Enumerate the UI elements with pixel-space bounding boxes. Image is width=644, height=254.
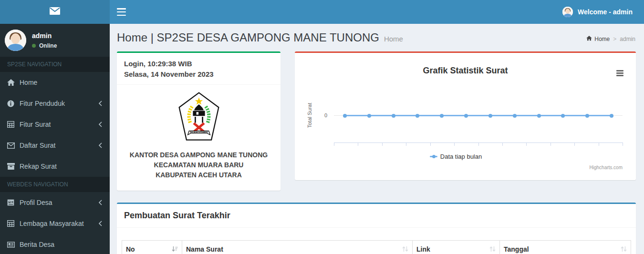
sidebar-item-label: Home [20, 79, 37, 86]
sidebar-item-rekap-surat[interactable]: Rekap Surat [0, 156, 110, 177]
info-circle-icon [7, 100, 20, 107]
x-axis-tick [551, 143, 551, 146]
x-axis-tick [334, 143, 334, 146]
content-header: Home | SP2SE DESA GAMPONG MANE TUNONGHom… [110, 24, 644, 51]
user-avatar-large [5, 30, 26, 51]
x-axis-tick [454, 143, 455, 146]
sort-both-icon [621, 246, 627, 254]
data-point-marker[interactable] [513, 114, 517, 118]
sidebar-item-label: Berita Desa [20, 241, 54, 248]
id-card-icon [7, 199, 20, 206]
home-icon [7, 79, 20, 86]
table-header-row: No Nama Surat Link [122, 241, 631, 254]
sidebar-item-label: Daftar Surat [20, 142, 55, 149]
aceh-utara-crest-logo: ACEH UTARA [177, 136, 220, 144]
chart-card: Grafik Statistik Surat Total Surat 0 Dat… [295, 51, 636, 180]
x-axis-tick [382, 143, 383, 146]
x-axis-tick [599, 143, 599, 146]
x-axis-tick [502, 143, 503, 146]
data-point-marker[interactable] [585, 114, 589, 118]
column-header-no[interactable]: No [122, 241, 182, 254]
y-axis-tick: 0 [320, 112, 327, 118]
login-date: Selasa, 14 November 2023 [124, 69, 273, 80]
svg-text:ACEH UTARA: ACEH UTARA [189, 130, 208, 133]
recent-letters-card: Pembuatan Surat Terakhir No Nama Surat [117, 203, 636, 254]
chart-legend[interactable]: Data tiap bulan [295, 153, 617, 160]
sidebar-toggle-button[interactable] [117, 8, 126, 16]
table-card-title: Pembuatan Surat Terakhir [124, 211, 230, 220]
highcharts-credit[interactable]: Highcharts.com [590, 165, 623, 170]
chart-plot-area [334, 53, 623, 182]
x-axis-tick [623, 143, 623, 146]
user-avatar [562, 7, 573, 17]
x-axis-tick [574, 143, 575, 146]
sidebar-item-daftar-surat[interactable]: Daftar Surat [0, 135, 110, 156]
sort-both-icon [489, 246, 496, 254]
user-menu[interactable]: Welcome - admin [562, 0, 633, 24]
data-point-marker[interactable] [561, 114, 565, 118]
sidebar-item-fitur-penduduk[interactable]: Fitur Penduduk [0, 93, 110, 114]
newspaper-icon [7, 242, 20, 248]
content-area: Home | SP2SE DESA GAMPONG MANE TUNONGHom… [110, 24, 644, 254]
office-name: KANTOR DESA GAMPONG MANE TUNONG [117, 150, 280, 160]
login-info-card: Login, 10:29:38 WIB Selasa, 14 November … [117, 51, 280, 191]
envelope-icon [7, 142, 20, 149]
user-status-link[interactable]: Online [32, 42, 57, 49]
data-point-marker[interactable] [343, 114, 347, 118]
sort-both-icon [402, 246, 408, 254]
table-icon [7, 121, 20, 128]
sidebar-section-webdes: WEBDES NAVIGATION [0, 177, 110, 192]
chevron-left-icon [98, 200, 102, 205]
app-logo[interactable] [0, 0, 110, 24]
data-point-marker[interactable] [488, 114, 492, 118]
recent-letters-table: No Nama Surat Link [122, 240, 631, 254]
page-title: Home | SP2SE DESA GAMPONG MANE TUNONG [117, 31, 379, 44]
sidebar-user-panel: admin Online [0, 24, 110, 57]
y-axis-label: Total Surat [307, 94, 312, 137]
sidebar: admin Online SP2SE NAVIGATION Home Fitur… [0, 24, 110, 254]
data-point-marker[interactable] [464, 114, 468, 118]
legend-series-label: Data tiap bulan [440, 153, 482, 160]
welcome-text: Welcome - admin [578, 8, 633, 16]
chevron-left-icon [98, 101, 102, 106]
page-subtitle: Home [384, 35, 403, 43]
data-point-marker[interactable] [367, 114, 371, 118]
chevron-left-icon [98, 221, 102, 226]
column-header-link[interactable]: Link [413, 241, 500, 254]
top-navbar: Welcome - admin [0, 0, 644, 24]
breadcrumb: Home > admin [586, 36, 635, 42]
column-header-nama-surat[interactable]: Nama Surat [182, 241, 413, 254]
sidebar-item-profil-desa[interactable]: Profil Desa [0, 192, 110, 213]
sidebar-item-lembaga-masyarakat[interactable]: Lembaga Masyarakat [0, 213, 110, 234]
data-point-marker[interactable] [415, 114, 419, 118]
sidebar-item-label: Rekap Surat [20, 163, 57, 170]
home-icon [586, 36, 592, 42]
data-point-marker[interactable] [610, 114, 613, 118]
chevron-left-icon [98, 122, 102, 127]
sidebar-item-label: Fitur Surat [20, 121, 51, 128]
x-axis-tick [478, 143, 479, 146]
data-point-marker[interactable] [537, 114, 541, 118]
x-axis-tick [406, 143, 406, 146]
archive-icon [7, 163, 20, 170]
sidebar-item-label: Lembaga Masyarakat [20, 220, 84, 227]
office-kecamatan: KECAMATAN MUARA BARU [117, 160, 280, 170]
data-point-marker[interactable] [392, 114, 395, 118]
sidebar-item-home[interactable]: Home [0, 72, 110, 93]
sidebar-item-fitur-surat[interactable]: Fitur Surat [0, 114, 110, 135]
envelope-logo-icon [49, 7, 61, 17]
sidebar-item-berita-desa[interactable]: Berita Desa [0, 234, 110, 254]
x-axis-tick [526, 143, 527, 146]
x-axis-tick [430, 143, 431, 146]
chevron-left-icon [98, 142, 102, 148]
online-status-icon [32, 44, 36, 48]
breadcrumb-separator: > [613, 36, 616, 42]
data-point-marker[interactable] [440, 114, 444, 118]
sidebar-user-name: admin [32, 32, 57, 40]
sidebar-section-sp2se: SP2SE NAVIGATION [0, 57, 110, 72]
column-header-tanggal[interactable]: Tanggal [500, 241, 631, 254]
legend-series-marker [430, 156, 437, 157]
breadcrumb-home-link[interactable]: Home [586, 36, 610, 42]
series-line [345, 115, 612, 116]
sidebar-item-label: Fitur Penduduk [20, 100, 65, 107]
